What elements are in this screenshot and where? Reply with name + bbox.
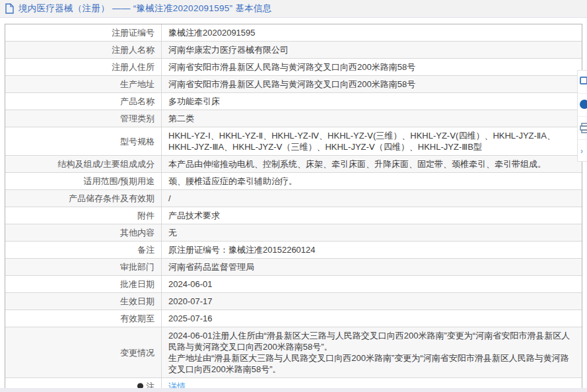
row-registrant-address: 注册人住所 河南省安阳市滑县新区人民路与黄河路交叉口向西200米路南58号 <box>5 59 582 76</box>
row-production-address: 生产地址 河南省安阳市滑县新区人民路与黄河路交叉口向西200米路南58号 <box>5 76 582 93</box>
share-toolbar: › <box>577 70 587 162</box>
row-change-info: 变更情况 2024-06-01注册人住所由“滑县新区大三路与人民路交叉口向西20… <box>5 327 582 378</box>
row-effective-date: 生效日期 2020-07-17 <box>5 293 582 310</box>
row-label: 生产地址 <box>5 76 162 92</box>
row-value: 第二类 <box>162 110 582 127</box>
page-title: 境内医疗器械（注册） —— “豫械注准20202091595” 基本信息 <box>18 3 272 15</box>
row-structure-composition: 结构及组成/主要组成成分 本产品由伸缩推动电机、控制系统、床架、牵引床面、升降床… <box>5 156 582 173</box>
row-label: 型号规格 <box>5 127 162 155</box>
row-product-name: 产品名称 多功能牵引床 <box>5 93 582 110</box>
row-certificate-number: 注册证编号 豫械注准20202091595 <box>5 24 582 42</box>
share-window-icon <box>580 77 587 84</box>
print-button[interactable] <box>578 117 587 140</box>
row-value: 2020-07-17 <box>162 293 582 310</box>
registration-info-table: 注册证编号 豫械注准20202091595 注册人名称 河南华康宏力医疗器械有限… <box>5 24 582 392</box>
row-label: 变更情况 <box>5 327 162 377</box>
document-icon <box>5 3 14 14</box>
row-scope-of-use: 适用范围/预期用途 颈、腰椎适应症的牵引辅助治疗。 <box>5 173 582 190</box>
page-title-bar: 境内医疗器械（注册） —— “豫械注准20202091595” 基本信息 <box>0 0 587 18</box>
collapse-chevron-icon: › <box>580 147 583 155</box>
row-attachment: 附件 产品技术要求 <box>5 207 582 224</box>
row-approval-department: 审批部门 河南省药品监督管理局 <box>5 259 582 276</box>
row-label: 产品储存条件及有效期 <box>5 190 162 207</box>
row-value: 多功能牵引床 <box>162 93 582 110</box>
row-label: 结构及组成/主要组成成分 <box>5 156 162 172</box>
row-label: 适用范围/预期用途 <box>5 173 162 189</box>
page-bottom-strip <box>0 388 587 392</box>
row-value: 2025-07-16 <box>162 310 582 327</box>
row-value: 河南华康宏力医疗器械有限公司 <box>162 42 582 58</box>
row-remarks: 备注 原注册证编号：豫械注准20152260124 <box>5 242 582 259</box>
row-value: 产品技术要求 <box>162 207 582 224</box>
row-registrant-name: 注册人名称 河南华康宏力医疗器械有限公司 <box>5 42 582 59</box>
row-management-class: 管理类别 第二类 <box>5 110 582 127</box>
row-label: 有效期至 <box>5 310 162 327</box>
row-value: 本产品由伸缩推动电机、控制系统、床架、牵引床面、升降床面、固定带、颈椎牵引、牵引… <box>162 156 582 172</box>
row-label: 产品名称 <box>5 93 162 110</box>
row-value: 无 <box>162 224 582 241</box>
print-icon <box>580 123 587 133</box>
share-circle-button[interactable] <box>578 94 587 117</box>
row-valid-until: 有效期至 2025-07-16 <box>5 310 582 327</box>
row-value: 颈、腰椎适应症的牵引辅助治疗。 <box>162 173 582 189</box>
row-label: 管理类别 <box>5 110 162 127</box>
row-label: 附件 <box>5 207 162 224</box>
row-label: 审批部门 <box>5 259 162 275</box>
row-label: 注册证编号 <box>5 24 162 41</box>
row-value: 豫械注准20202091595 <box>162 24 582 41</box>
row-label: 批准日期 <box>5 276 162 292</box>
row-approval-date: 批准日期 2024-06-01 <box>5 276 582 293</box>
row-model-spec: 型号规格 HKHL-YZ-Ⅰ、HKHL-YZ-Ⅱ、HKHL-YZ-Ⅳ、HKHL-… <box>5 127 582 156</box>
row-value: 河南省药品监督管理局 <box>162 259 582 275</box>
row-value: 河南省安阳市滑县新区人民路与黄河路交叉口向西200米路南58号 <box>162 76 582 92</box>
share-circle-icon <box>580 100 587 109</box>
row-value: 原注册证编号：豫械注准20152260124 <box>162 242 582 258</box>
row-value: HKHL-YZ-Ⅰ、HKHL-YZ-Ⅱ、HKHL-YZ-Ⅳ、HKHL-YZ-Ⅴ(… <box>162 127 582 155</box>
row-value: 2024-06-01 <box>162 276 582 292</box>
row-label: 注册人名称 <box>5 42 162 58</box>
row-label: 其他内容 <box>5 224 162 241</box>
row-label: 备注 <box>5 242 162 258</box>
row-value: / <box>162 190 582 207</box>
row-storage-validity: 产品储存条件及有效期 / <box>5 190 582 207</box>
row-value: 河南省安阳市滑县新区人民路与黄河路交叉口向西200米路南58号 <box>162 59 582 75</box>
collapse-button[interactable]: › <box>578 140 587 163</box>
row-other-content: 其他内容 无 <box>5 224 582 242</box>
row-label: 生效日期 <box>5 293 162 310</box>
row-value: 2024-06-01注册人住所由“滑县新区大三路与人民路交叉口向西200米路南”… <box>162 327 582 377</box>
row-label: 注册人住所 <box>5 59 162 75</box>
share-window-button[interactable] <box>578 71 587 94</box>
